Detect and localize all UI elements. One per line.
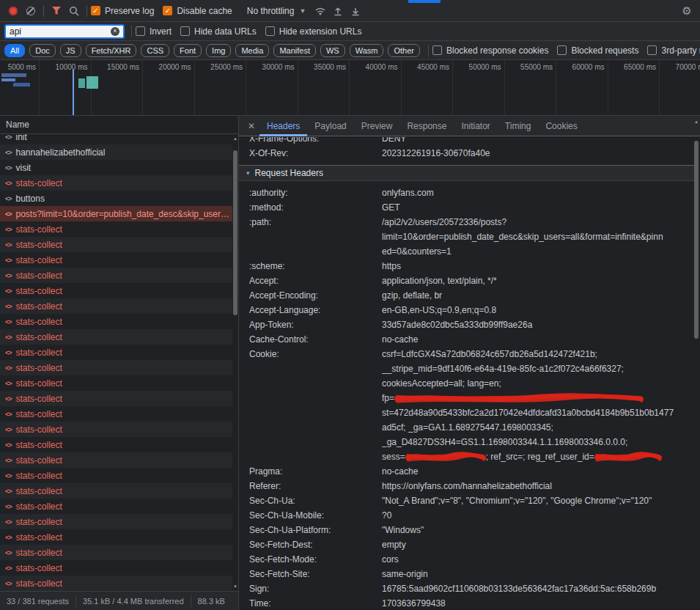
disable-cache-checkbox[interactable]: ✓ [163,6,172,15]
scroll-down-icon[interactable]: ▼ [232,584,238,589]
filter-input[interactable]: api × [4,24,125,39]
network-request-row[interactable]: <>stats-collect [0,560,232,576]
header-value-text: fp= [382,391,394,405]
filter-type-wasm[interactable]: Wasm [350,44,384,57]
network-request-row[interactable]: <>stats-collect [0,576,232,591]
3rd-party-requests-checkbox[interactable] [647,45,657,55]
preserve-log-checkbox[interactable]: ✓ [91,6,100,15]
export-har-button[interactable] [347,2,364,20]
header-row: App-Token:33d57ade8c02dbc5a333db99ff9ae2… [239,317,694,332]
network-request-row[interactable]: <>stats-collect [0,298,232,314]
network-request-row[interactable]: <>stats-collect [0,360,232,375]
network-request-row[interactable]: <>stats-collect [0,483,232,499]
header-name: X-Frame-Options: [239,137,382,146]
filter-type-media[interactable]: Media [235,44,269,57]
request-name: stats-collect [16,471,62,481]
filter-type-manifest[interactable]: Manifest [273,44,316,57]
network-request-row[interactable]: <>stats-collect [0,452,232,468]
filter-type-font[interactable]: Font [174,44,202,57]
filter-type-img[interactable]: Img [206,44,231,57]
overview-timeline-strip[interactable]: 5000 ms10000 ms15000 ms20000 ms25000 ms3… [0,60,700,116]
tab-headers[interactable]: Headers [259,116,307,136]
network-conditions-button[interactable] [312,2,329,20]
network-request-row[interactable]: <>visit [0,160,232,175]
name-column-header[interactable]: Name [0,116,238,134]
network-request-row[interactable]: <>stats-collect [0,499,232,514]
network-request-row[interactable]: <>stats-collect [0,252,232,268]
filter-type-doc[interactable]: Doc [29,44,56,57]
network-request-row[interactable]: <>stats-collect [0,283,232,298]
network-request-row[interactable]: <>stats-collect [0,237,232,252]
disable-cache-label: Disable cache [177,6,232,16]
filter-type-other[interactable]: Other [388,44,420,57]
network-request-row[interactable]: <>stats-collect [0,329,232,345]
header-name: Accept-Encoding: [239,288,382,303]
clear-filter-icon[interactable]: × [111,27,119,36]
network-request-row[interactable]: <>init [0,134,232,144]
scroll-up-icon[interactable]: ▲ [232,136,238,142]
tab-payload[interactable]: Payload [307,116,353,136]
scrollbar-thumb[interactable] [694,141,699,339]
filter-type-all[interactable]: All [4,44,25,57]
request-list-scrollbar: ▲ ▼ [232,134,238,591]
request-name: stats-collect [16,317,62,327]
tab-response[interactable]: Response [399,116,454,136]
network-request-row[interactable]: <>stats-collect [0,375,232,391]
header-value-line: 202312261916-30670fa40e [382,146,694,161]
network-request-row[interactable]: <>posts?limit=10&order=publish_date_desc… [0,206,232,221]
header-row: X-Of-Rev:202312261916-30670fa40e [239,146,694,161]
hide-extension-urls-checkbox[interactable] [265,26,275,36]
filter-type-ws[interactable]: WS [320,44,345,57]
scrollbar-thumb[interactable] [233,150,237,315]
request-name: stats-collect [16,332,62,342]
scroll-up-icon[interactable]: ▲ [693,119,699,125]
network-request-row[interactable]: <>stats-collect [0,314,232,329]
blocked-requests-checkbox[interactable] [557,45,567,55]
invert-checkbox[interactable] [136,26,145,36]
filter-type-js[interactable]: JS [60,44,81,57]
close-icon[interactable]: ✕ [243,121,259,131]
tab-preview[interactable]: Preview [354,116,400,136]
request-type-icon: <> [5,257,12,264]
network-request-row[interactable]: <>stats-collect [0,268,232,283]
header-value-line: fp= [382,391,694,405]
hide-extension-urls-label: Hide extension URLs [279,26,362,37]
filter-type-css[interactable]: CSS [141,44,169,57]
network-request-row[interactable]: <>hannahelizabethofficial [0,144,232,160]
type-checkbox-group: Blocked response cookiesBlocked requests… [432,45,700,56]
tab-initiator[interactable]: Initiator [454,116,497,136]
network-request-row[interactable]: <>stats-collect [0,545,232,560]
settings-gear-icon[interactable]: ⚙ [678,4,696,18]
tab-cookies[interactable]: Cookies [538,116,584,136]
filter-toggle-button[interactable] [48,2,65,20]
blocked-response-cookies-checkbox[interactable] [432,45,442,55]
network-request-row[interactable]: <>stats-collect [0,406,232,422]
network-request-row[interactable]: <>stats-collect [0,529,232,545]
tab-timing[interactable]: Timing [498,116,539,136]
hide-data-urls-checkbox[interactable] [180,26,190,36]
network-request-row[interactable]: <>stats-collect [0,221,232,237]
network-request-row[interactable]: <>stats-collect [0,345,232,360]
request-type-icon: <> [5,318,12,326]
network-request-row[interactable]: <>stats-collect [0,468,232,483]
request-name: stats-collect [16,563,62,573]
request-headers-section-header[interactable]: ▾ Request Headers [239,165,694,181]
overview-selection-line [73,70,74,115]
headers-content: X-Frame-Options:DENYX-Of-Rev:20231226191… [239,137,694,610]
throttling-dropdown[interactable]: No throttling ▼ [247,6,306,16]
request-type-icon: <> [5,503,12,510]
filter-type-fetch-xhr[interactable]: Fetch/XHR [86,44,137,57]
request-type-icon: <> [5,518,12,526]
record-button[interactable] [4,2,22,20]
network-request-row[interactable]: <>stats-collect [0,514,232,529]
network-request-row[interactable]: <>stats-collect [0,437,232,452]
chevron-expanded-icon: ▾ [246,169,250,177]
clear-button[interactable] [22,2,40,20]
network-request-row[interactable]: <>stats-collect [0,175,232,191]
import-har-button[interactable] [329,2,347,20]
network-request-row[interactable]: <>stats-collect [0,391,232,406]
network-request-row[interactable]: <>buttons [0,191,232,206]
header-value-line: ed=0&counters=1 [382,244,694,259]
search-button[interactable] [65,2,83,20]
network-request-row[interactable]: <>stats-collect [0,422,232,437]
